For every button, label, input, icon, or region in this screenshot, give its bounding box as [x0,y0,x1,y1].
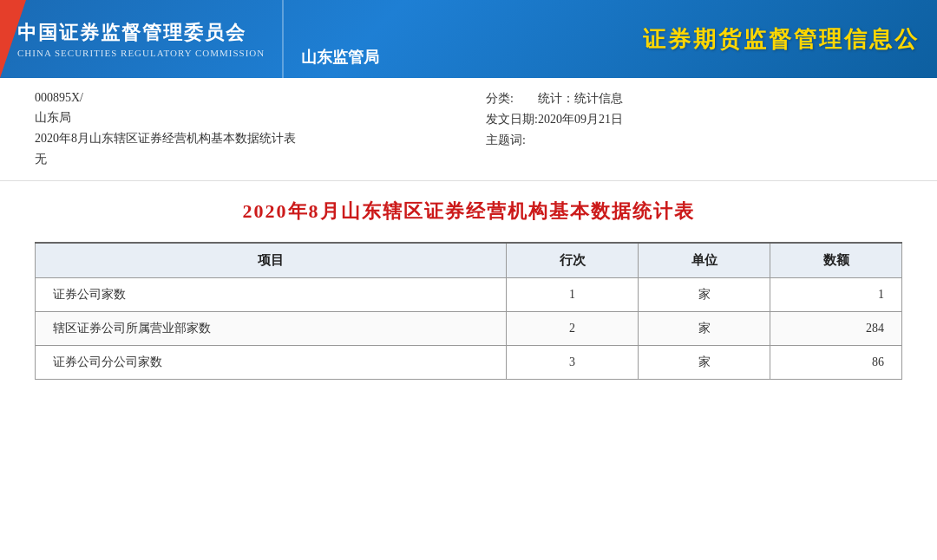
meta-date-value: 2020年09月21日 [538,112,623,127]
meta-doc-id-value: 000895X/ [35,91,83,105]
meta-category-label: 分类: [486,91,538,107]
header-subtitle: 山东监管局 [284,0,396,78]
header-right: 证券期货监督管理信息公 [396,0,937,78]
cell-item: 证券公司家数 [36,278,507,312]
col-header-item: 项目 [36,243,507,278]
main-content: 2020年8月山东辖区证券经营机构基本数据统计表 项目 行次 单位 数额 证券公… [0,181,937,397]
meta-attachment-value: 无 [35,152,47,167]
meta-category-value: 统计：统计信息 [538,91,623,107]
cell-rownum: 1 [507,278,639,312]
cell-amount: 1 [770,278,902,312]
triangle-decoration [0,0,26,78]
meta-keywords-label: 主题词: [486,133,538,148]
meta-date-label: 发文日期: [486,112,538,127]
cell-unit: 家 [639,346,770,380]
meta-keywords: 主题词: [486,130,902,151]
col-header-rownum: 行次 [507,243,639,278]
data-table: 项目 行次 单位 数额 证券公司家数1家1辖区证券公司所属营业部家数2家284证… [35,242,902,380]
meta-title-field: 2020年8月山东辖区证券经营机构基本数据统计表 [35,128,451,149]
logo-cn: 中国证券监督管理委员会 [17,20,265,47]
document-title: 2020年8月山东辖区证券经营机构基本数据统计表 [35,199,902,225]
meta-category: 分类: 统计：统计信息 [486,88,902,109]
meta-right: 分类: 统计：统计信息 发文日期: 2020年09月21日 主题词: [486,88,902,170]
meta-doc-id: 000895X/ [35,88,451,107]
cell-item: 证券公司分公司家数 [36,346,507,380]
table-row: 证券公司分公司家数3家86 [36,346,902,380]
meta-left: 000895X/ 山东局 2020年8月山东辖区证券经营机构基本数据统计表 无 [35,88,451,170]
page-header: 中国证券监督管理委员会 CHINA SECURITIES REGULATORY … [0,0,937,78]
col-header-amount: 数额 [770,243,902,278]
cell-item: 辖区证券公司所属营业部家数 [36,312,507,346]
cell-amount: 86 [770,346,902,380]
cell-rownum: 3 [507,346,639,380]
cell-amount: 284 [770,312,902,346]
table-header-row: 项目 行次 单位 数额 [36,243,902,278]
meta-date: 发文日期: 2020年09月21日 [486,109,902,130]
header-right-title: 证券期货监督管理信息公 [643,24,920,55]
meta-office: 山东局 [35,107,451,128]
col-header-unit: 单位 [639,243,770,278]
meta-office-value: 山东局 [35,110,71,126]
header-logo-section: 中国证券监督管理委员会 CHINA SECURITIES REGULATORY … [0,0,284,78]
table-row: 证券公司家数1家1 [36,278,902,312]
table-row: 辖区证券公司所属营业部家数2家284 [36,312,902,346]
cell-unit: 家 [639,312,770,346]
cell-rownum: 2 [507,312,639,346]
logo-en: CHINA SECURITIES REGULATORY COMMISSION [17,48,265,58]
meta-section: 000895X/ 山东局 2020年8月山东辖区证券经营机构基本数据统计表 无 … [0,78,937,181]
meta-attachment: 无 [35,149,451,170]
meta-title-value: 2020年8月山东辖区证券经营机构基本数据统计表 [35,131,296,147]
cell-unit: 家 [639,278,770,312]
